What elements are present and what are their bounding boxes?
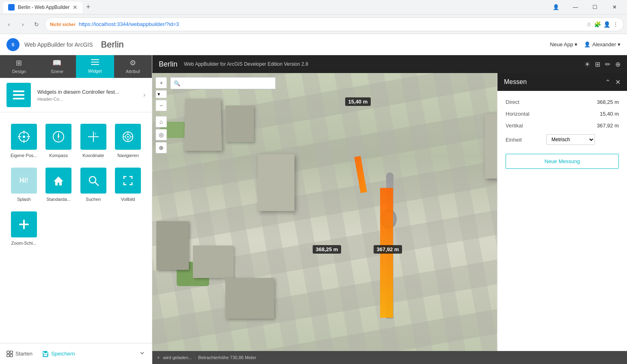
- messen-actions: ⌃ ✕: [605, 78, 621, 86]
- messen-collapse-button[interactable]: ⌃: [605, 78, 610, 86]
- attribuf-tab-label: Attribuf: [126, 69, 140, 74]
- menu-icon[interactable]: ⋮: [613, 21, 618, 28]
- measurement-label-mid: 368,25 m: [313, 245, 342, 254]
- neue-app-label: Neue App: [550, 41, 573, 47]
- neue-app-button[interactable]: Neue App ▾: [550, 41, 577, 47]
- tab-bar: ⊞ Design 📖 Szene Widget ⚙ Attr: [0, 55, 152, 78]
- messen-close-button[interactable]: ✕: [615, 78, 621, 86]
- profile-icon[interactable]: 👤: [547, 0, 565, 15]
- speichern-label: Speichern: [51, 351, 75, 357]
- tab-szene[interactable]: 📖 Szene: [38, 55, 76, 78]
- messen-horizontal-label: Horizontal: [506, 111, 546, 117]
- search-icon: 🔍: [174, 80, 180, 86]
- svg-text:S: S: [11, 42, 14, 47]
- koordinate-icon: Z: [80, 124, 106, 150]
- close-button[interactable]: ✕: [605, 0, 624, 15]
- app-logo: S: [6, 38, 19, 51]
- widget-tab-label: Widget: [88, 69, 102, 73]
- sidebar: ⊞ Design 📖 Szene Widget ⚙ Attr: [0, 55, 152, 364]
- minimize-button[interactable]: —: [566, 0, 585, 15]
- splash-label: Splash: [17, 197, 31, 202]
- extension-icon[interactable]: 🧩: [594, 21, 601, 28]
- layers-icon[interactable]: ⊞: [595, 60, 600, 68]
- controller-label-text: Widgets in diesem Controller fest...: [37, 89, 143, 95]
- neue-messung-button[interactable]: Neue Messung: [506, 154, 619, 169]
- tab-widget[interactable]: Widget: [76, 55, 114, 78]
- edit-icon[interactable]: ✏: [605, 60, 610, 68]
- zoom-schi-label: Zoom-Schi...: [11, 241, 37, 246]
- starten-button[interactable]: Starten: [6, 351, 32, 357]
- bookmark-icon[interactable]: ☆: [586, 21, 592, 28]
- messen-direct-value: 368,25 m: [597, 99, 619, 105]
- new-tab-button[interactable]: +: [82, 2, 94, 13]
- controller-widget[interactable]: Widgets in diesem Controller fest... Hea…: [0, 78, 152, 112]
- maximize-button[interactable]: ☐: [586, 0, 604, 15]
- controller-icon: [6, 83, 31, 107]
- svg-rect-7: [13, 98, 24, 99]
- vollbild-icon: [115, 168, 141, 194]
- neue-app-dropdown-icon: ▾: [575, 41, 577, 47]
- app-name: Web AppBuilder for ArcGIS: [24, 41, 93, 48]
- browser-window-controls: 👤 — ☐ ✕: [547, 0, 624, 15]
- tab-design[interactable]: ⊞ Design: [0, 55, 38, 78]
- address-bar: ‹ › ↻ Nicht sicher https://localhost:334…: [0, 15, 627, 34]
- widget-koordinate[interactable]: Z Koordinate: [76, 119, 111, 163]
- messen-einheit-select[interactable]: Metrisch: [546, 134, 595, 145]
- browser-titlebar: Berlin - Web AppBuilder ✕ + 👤 — ☐ ✕: [0, 0, 627, 15]
- tab-attribuf[interactable]: ⚙ Attribuf: [114, 55, 152, 78]
- map-controls: + ▾ − ⌂ ◎ ⊕: [156, 77, 167, 153]
- messen-header: Messen ⌃ ✕: [497, 73, 627, 91]
- zoom-dropdown[interactable]: ▾: [156, 90, 167, 98]
- svg-rect-33: [10, 351, 13, 353]
- design-tab-icon: ⊞: [16, 58, 22, 67]
- collapse-button[interactable]: [139, 350, 145, 358]
- home-button[interactable]: ⌂: [156, 116, 167, 127]
- back-button[interactable]: ‹: [3, 19, 15, 30]
- app-header-right: Neue App ▾ 👤 Alexander ▾: [550, 41, 621, 47]
- widget-navigieren[interactable]: Navigieren: [111, 119, 146, 163]
- widget-standarda[interactable]: Standarda...: [41, 163, 76, 207]
- messen-title: Messen: [504, 78, 605, 86]
- eigene-pos-icon: [11, 124, 37, 150]
- suchen-icon: [80, 168, 106, 194]
- svg-point-9: [23, 136, 25, 138]
- design-tab-label: Design: [12, 69, 26, 74]
- refresh-button[interactable]: ↻: [31, 19, 42, 30]
- profile-menu-icon[interactable]: 👤: [603, 21, 610, 28]
- address-bar-icons: ☆ 🧩 👤 ⋮: [586, 21, 618, 28]
- svg-rect-34: [7, 354, 9, 357]
- share-icon[interactable]: ⊕: [615, 60, 621, 68]
- user-name: Alexander: [592, 41, 616, 47]
- speichern-button[interactable]: Speichern: [42, 351, 75, 357]
- svg-rect-37: [43, 354, 48, 356]
- user-button[interactable]: 👤 Alexander ▾: [584, 41, 621, 47]
- messen-einheit-label: Einheit: [506, 137, 546, 143]
- svg-point-23: [127, 136, 129, 138]
- browser-tab[interactable]: Berlin - Web AppBuilder ✕: [3, 2, 82, 13]
- rotate-button[interactable]: ⊕: [156, 142, 167, 153]
- tab-close-button[interactable]: ✕: [73, 4, 78, 11]
- widget-eigene-pos[interactable]: Eigene Pos...: [6, 119, 41, 163]
- standarda-label: Standarda...: [46, 197, 71, 202]
- locate-button[interactable]: ◎: [156, 129, 167, 140]
- sun-icon[interactable]: ☀: [584, 60, 590, 68]
- eigene-pos-label: Eigene Pos...: [11, 153, 37, 158]
- zoom-out-button[interactable]: −: [156, 100, 167, 111]
- address-input-box[interactable]: Nicht sicher https://localhost:3344/weba…: [45, 17, 624, 31]
- widget-suchen[interactable]: Suchen: [76, 163, 111, 207]
- widget-zoom-schi[interactable]: Zoom-Schi...: [6, 207, 41, 250]
- main-layout: ⊞ Design 📖 Szene Widget ⚙ Attr: [0, 55, 627, 364]
- messen-vertikal-row: Vertikal 367,92 m: [506, 123, 619, 129]
- widget-vollbild[interactable]: Vollbild: [111, 163, 146, 207]
- svg-rect-4: [91, 64, 99, 65]
- messen-body: Direct 368,25 m Horizontal 15,40 m Verti…: [497, 91, 627, 177]
- map-search-box[interactable]: 🔍: [170, 77, 276, 89]
- widget-splash[interactable]: Hi! Splash: [6, 163, 41, 207]
- koordinate-label: Koordinate: [82, 153, 104, 158]
- map-height-label: Betrachterhöhe 730,86 Meter: [198, 355, 256, 360]
- zoom-in-button[interactable]: +: [156, 77, 167, 88]
- widget-kompass[interactable]: Kompass: [41, 119, 76, 163]
- search-input[interactable]: [184, 80, 272, 86]
- widget-tab-icon: [91, 58, 99, 67]
- forward-button[interactable]: ›: [17, 19, 28, 30]
